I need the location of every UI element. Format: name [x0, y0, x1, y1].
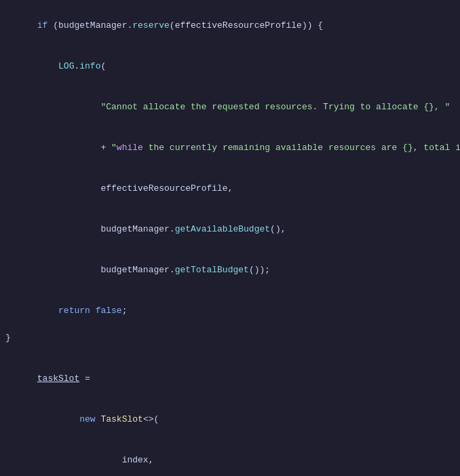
keyword-new-1: new: [79, 414, 95, 424]
keyword-false: false: [96, 306, 122, 316]
code-line-11: taskSlot =: [0, 359, 460, 399]
code-line-1: if (budgetManager.reserve(effectiveResou…: [0, 5, 460, 46]
code-line-2: LOG.info(: [0, 46, 460, 87]
code-line-13: index,: [0, 440, 460, 476]
code-container: if (budgetManager.reserve(effectiveResou…: [0, 0, 460, 476]
code-line-5: effectiveResourceProfile,: [0, 168, 460, 209]
string-literal-2: "while the currently remaining available…: [111, 143, 460, 153]
code-line-3: "Cannot allocate the requested resources…: [0, 87, 460, 128]
var-taskslot-1: taskSlot: [37, 373, 79, 384]
log-call: LOG: [58, 61, 74, 71]
method-gettotalbudget: getTotalBudget: [175, 265, 249, 275]
code-line-9: }: [0, 331, 460, 345]
code-line-7: budgetManager.getTotalBudget());: [0, 250, 460, 291]
keyword-return: return: [58, 306, 90, 316]
code-line-12: new TaskSlot<>(: [0, 399, 460, 440]
method-getavailablebudget: getAvailableBudget: [175, 224, 270, 234]
code-line-8: return false;: [0, 291, 460, 331]
method-info: info: [79, 61, 100, 71]
code-line-4: + "while the currently remaining availab…: [0, 128, 460, 168]
method-reserve: reserve: [132, 20, 170, 31]
keyword-if: if: [37, 20, 48, 31]
string-literal-1: "Cannot allocate the requested resources…: [100, 102, 450, 112]
code-line-6: budgetManager.getAvailableBudget(),: [0, 209, 460, 250]
code-line-10: [0, 345, 460, 359]
classname-taskslot: TaskSlot: [100, 414, 142, 424]
